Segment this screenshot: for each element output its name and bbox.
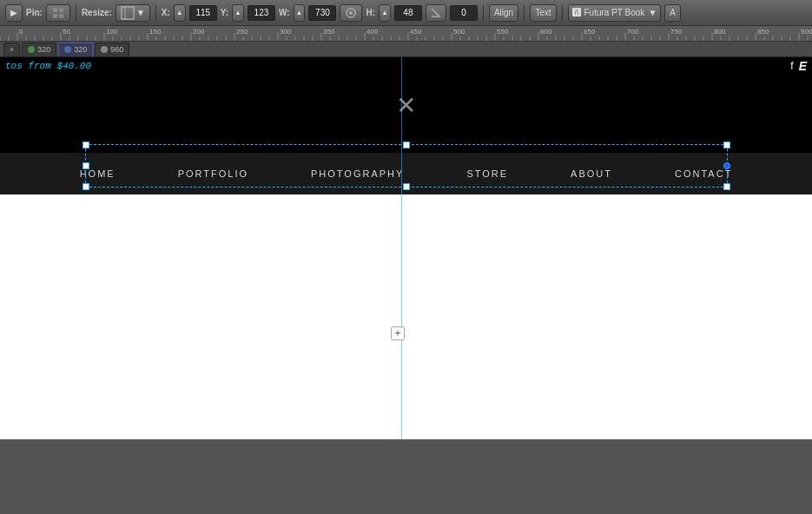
x-input[interactable]: 115 — [190, 8, 216, 17]
align-label: Align — [494, 8, 513, 17]
x-stepper-up[interactable]: ▲ — [174, 4, 186, 22]
play-button[interactable]: ▶ — [5, 4, 23, 22]
font-name: Futura PT Book — [584, 8, 645, 17]
selection-handle-top-right[interactable] — [723, 142, 730, 148]
svg-rect-3 — [59, 14, 63, 18]
align-button[interactable]: Align — [489, 4, 518, 22]
add-icon: + — [394, 327, 400, 339]
y-input[interactable]: 123 — [248, 8, 274, 17]
blue-indicator — [64, 46, 71, 53]
selection-handle-top-left[interactable] — [83, 142, 89, 148]
h-label: H: — [366, 8, 375, 17]
canvas-area: tos from $40.00 f E ✕ HOME PORTFOLIO PHO… — [0, 57, 812, 514]
svg-rect-2 — [53, 14, 57, 18]
lock-icon — [345, 7, 357, 19]
font-icon: 🅰 — [572, 8, 581, 17]
h-input[interactable]: 48 — [395, 8, 421, 17]
nav-selection — [85, 144, 728, 188]
pin-icon — [51, 6, 65, 20]
selection-handle-bottom-right[interactable] — [723, 183, 730, 190]
w-input[interactable]: 730 — [309, 8, 335, 17]
angle-input[interactable]: 0 — [451, 8, 477, 17]
facebook-icon[interactable]: f — [790, 60, 793, 72]
resize-control[interactable]: ▼ — [116, 4, 150, 22]
resize-label: Resize: — [82, 8, 112, 17]
y-input-wrap: 123 — [248, 5, 275, 21]
close-icon: × — [10, 45, 14, 54]
pin-control[interactable] — [46, 4, 70, 22]
cross-symbol: ✕ — [396, 92, 416, 119]
selection-handle-middle-left[interactable] — [83, 162, 89, 169]
x-input-wrap: 115 — [189, 5, 217, 21]
separator-5 — [562, 5, 563, 21]
svg-rect-0 — [53, 8, 57, 12]
svg-rect-4 — [122, 7, 134, 19]
angle-icon-button[interactable] — [426, 4, 446, 22]
font-selector[interactable]: 🅰 Futura PT Book ▼ — [568, 4, 662, 22]
selection-handle-bottom-middle[interactable] — [403, 183, 410, 190]
h-input-wrap: 48 — [394, 5, 422, 21]
resize-icon — [121, 6, 135, 20]
w-stepper-up[interactable]: ▲ — [294, 4, 306, 22]
tab-320-green-label: 320 — [37, 45, 50, 54]
proportional-lock-button[interactable] — [340, 4, 362, 22]
toolbar: ▶ Pin: Resize: ▼ X: ▲ 115 Y: ▲ 123 W: ▲ … — [0, 0, 812, 26]
svg-rect-1 — [59, 8, 63, 12]
w-input-wrap: 730 — [308, 5, 336, 21]
vertical-divider — [401, 57, 402, 439]
separator-4 — [524, 5, 525, 21]
pin-label: Pin: — [26, 8, 43, 17]
angle-icon — [431, 8, 441, 18]
social-bar: f E — [785, 57, 812, 75]
gray-indicator — [101, 46, 108, 53]
selection-handle-bottom-left[interactable] — [83, 183, 89, 190]
font-size-button[interactable]: A — [664, 4, 681, 22]
tabbar: × 320 320 960 — [0, 42, 812, 57]
text-label: Text — [535, 8, 551, 17]
selection-handle-middle-right[interactable] — [723, 162, 730, 169]
font-dropdown-icon: ▼ — [648, 8, 657, 17]
separator-3 — [483, 5, 484, 21]
promo-text-content: tos from $40.00 — [5, 61, 91, 71]
tab-960-label: 960 — [110, 45, 123, 54]
tab-320-blue-label: 320 — [74, 45, 87, 54]
header-cross: ✕ — [396, 91, 416, 120]
promo-text: tos from $40.00 — [0, 59, 96, 73]
svg-point-7 — [349, 11, 353, 15]
text-button[interactable]: Text — [530, 4, 556, 22]
h-stepper-up[interactable]: ▲ — [379, 4, 391, 22]
angle-input-wrap: 0 — [450, 5, 478, 21]
separator-1 — [76, 5, 76, 21]
separator-2 — [155, 5, 156, 21]
x-label: X: — [162, 8, 170, 17]
y-label: Y: — [221, 8, 228, 17]
email-icon[interactable]: E — [799, 59, 807, 73]
font-size-icon: A — [670, 8, 676, 17]
add-element-button[interactable]: + — [391, 326, 405, 340]
green-indicator — [28, 46, 35, 53]
content-area — [0, 194, 812, 439]
selection-handle-top-middle[interactable] — [403, 142, 410, 148]
y-stepper-up[interactable]: ▲ — [232, 4, 244, 22]
tab-320-green[interactable]: 320 — [22, 43, 56, 56]
ruler-canvas — [0, 26, 812, 42]
tab-320-blue[interactable]: 320 — [58, 43, 93, 56]
w-label: W: — [279, 8, 290, 17]
header-band: tos from $40.00 f E ✕ — [0, 57, 812, 153]
ruler — [0, 26, 812, 42]
tab-960[interactable]: 960 — [95, 43, 129, 56]
tab-close-button[interactable]: × — [3, 43, 20, 56]
